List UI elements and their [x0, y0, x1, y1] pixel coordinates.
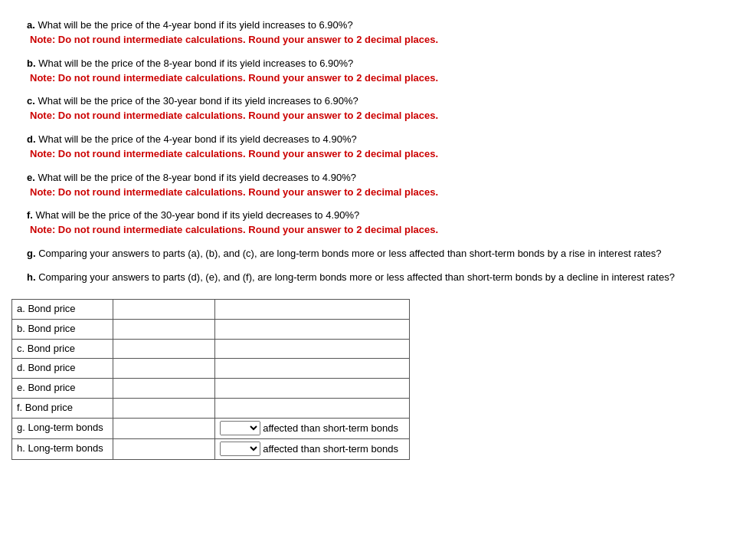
answers-table: a. Bond priceb. Bond pricec. Bond priced…	[11, 299, 410, 460]
row-label-7: h. Long-term bonds	[12, 438, 113, 459]
question-text-e: e. What will be the price of the 8-year …	[27, 171, 745, 185]
question-block-h: h. Comparing your answers to parts (d), …	[11, 271, 745, 285]
row-input-cell-5[interactable]	[113, 399, 214, 419]
row-input-0[interactable]	[118, 302, 209, 315]
row-input-cell-3[interactable]	[113, 359, 214, 379]
question-text-c: c. What will be the price of the 30-year…	[27, 94, 745, 109]
table-row: h. Long-term bondsmoreless affected than…	[12, 438, 410, 459]
row-extra-7: moreless affected than short-term bonds	[214, 438, 409, 459]
row-input-2[interactable]	[118, 342, 209, 355]
row-extra-4	[214, 379, 409, 399]
row-input-3[interactable]	[118, 361, 209, 374]
row-input-cell-4[interactable]	[113, 379, 214, 399]
question-label-f: f. What will be the price of the 30-year…	[27, 209, 359, 221]
question-text-a: a. What will be the price of the 4-year …	[27, 18, 745, 33]
question-block-d: d. What will be the price of the 4-year …	[11, 133, 745, 162]
row-input-4[interactable]	[118, 381, 209, 394]
question-label-a: a. What will be the price of the 4-year …	[27, 19, 353, 31]
question-block-f: f. What will be the price of the 30-year…	[11, 208, 745, 238]
row-input-cell-6[interactable]	[113, 418, 214, 438]
row-extra-3	[214, 359, 409, 379]
row-extra-5	[214, 399, 409, 419]
row-label-3: d. Bond price	[12, 359, 113, 379]
table-row: e. Bond price	[12, 379, 410, 399]
table-row: g. Long-term bondsmoreless affected than…	[12, 418, 410, 438]
question-note-c: Note: Do not round intermediate calculat…	[27, 109, 745, 123]
table-row: f. Bond price	[12, 399, 410, 419]
question-block-a: a. What will be the price of the 4-year …	[11, 18, 745, 48]
question-text-g: g. Comparing your answers to parts (a), …	[27, 247, 745, 261]
row-select-7[interactable]: moreless	[220, 442, 260, 456]
table-row: b. Bond price	[12, 319, 410, 339]
question-text-b: b. What will be the price of the 8-year …	[27, 57, 745, 71]
row-input-5[interactable]	[118, 401, 209, 414]
row-input-cell-0[interactable]	[113, 299, 214, 319]
table-row: c. Bond price	[12, 339, 410, 359]
row-input-cell-1[interactable]	[113, 319, 214, 339]
question-label-g: g. Comparing your answers to parts (a), …	[27, 248, 662, 259]
question-block-e: e. What will be the price of the 8-year …	[11, 171, 745, 200]
row-label-5: f. Bond price	[12, 399, 113, 419]
question-block-c: c. What will be the price of the 30-year…	[11, 94, 745, 123]
question-note-f: Note: Do not round intermediate calculat…	[27, 223, 745, 238]
row-label-2: c. Bond price	[12, 339, 113, 359]
question-block-b: b. What will be the price of the 8-year …	[11, 57, 745, 86]
row-label-1: b. Bond price	[12, 319, 113, 339]
row-extra-2	[214, 339, 409, 359]
row-input-1[interactable]	[118, 322, 209, 335]
row-select-6[interactable]: moreless	[220, 421, 260, 435]
row-input-cell-7[interactable]	[113, 438, 214, 459]
question-text-h: h. Comparing your answers to parts (d), …	[27, 271, 745, 285]
row-input-6[interactable]	[118, 421, 209, 434]
table-row: d. Bond price	[12, 359, 410, 379]
row-input-cell-2[interactable]	[113, 339, 214, 359]
question-text-f: f. What will be the price of the 30-year…	[27, 208, 745, 223]
row-extra-text-6: affected than short-term bonds	[260, 422, 398, 434]
question-label-h: h. Comparing your answers to parts (d), …	[27, 271, 675, 283]
question-note-d: Note: Do not round intermediate calculat…	[27, 147, 745, 162]
row-label-4: e. Bond price	[12, 379, 113, 399]
table-row: a. Bond price	[12, 299, 410, 319]
row-extra-0	[214, 299, 409, 319]
question-note-a: Note: Do not round intermediate calculat…	[27, 33, 745, 48]
question-text-d: d. What will be the price of the 4-year …	[27, 133, 745, 147]
question-label-b: b. What will be the price of the 8-year …	[27, 57, 353, 69]
row-input-7[interactable]	[118, 442, 209, 455]
question-note-e: Note: Do not round intermediate calculat…	[27, 185, 745, 200]
row-label-6: g. Long-term bonds	[12, 418, 113, 438]
question-note-b: Note: Do not round intermediate calculat…	[27, 71, 745, 86]
question-label-c: c. What will be the price of the 30-year…	[27, 95, 358, 107]
row-extra-6: moreless affected than short-term bonds	[214, 418, 409, 438]
row-extra-1	[214, 319, 409, 339]
question-label-d: d. What will be the price of the 4-year …	[27, 133, 357, 145]
row-label-0: a. Bond price	[12, 299, 113, 319]
question-block-g: g. Comparing your answers to parts (a), …	[11, 247, 745, 261]
question-label-e: e. What will be the price of the 8-year …	[27, 172, 356, 183]
row-extra-text-7: affected than short-term bonds	[260, 443, 398, 455]
